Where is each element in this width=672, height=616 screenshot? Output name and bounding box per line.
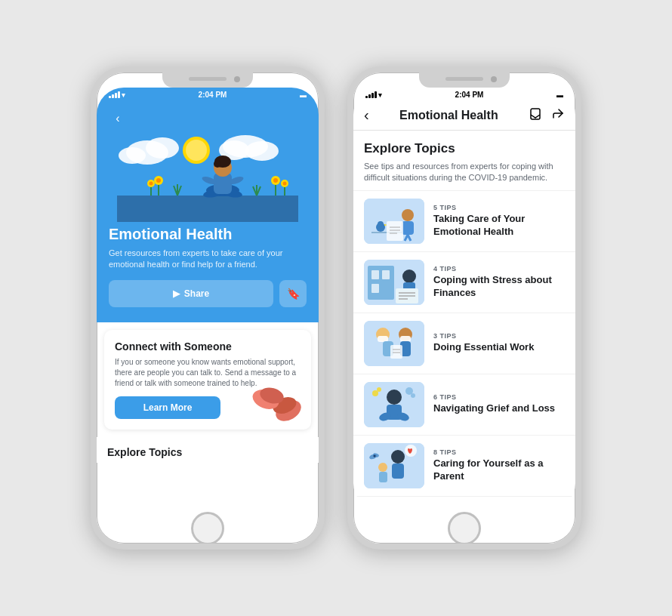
svg-rect-72 <box>390 345 402 359</box>
svg-point-81 <box>377 387 381 392</box>
share-button-2[interactable] <box>551 107 565 124</box>
topic-thumb-4 <box>364 382 424 427</box>
phone-right: ▾ 2:04 PM ▬ ‹ Emotional Health <box>347 66 581 550</box>
app-header: ‹ Emotional Health <box>353 100 575 131</box>
svg-rect-50 <box>387 221 403 241</box>
topic-item-2[interactable]: 4 TIPS Coping with Stress about Finances <box>353 252 575 313</box>
hero-description: Get resources from experts to take care … <box>109 248 307 271</box>
svg-rect-47 <box>402 221 414 235</box>
topic-tips-2: 4 TIPS <box>433 265 565 273</box>
svg-point-59 <box>402 270 416 283</box>
svg-point-80 <box>372 390 378 396</box>
svg-point-1 <box>146 137 179 159</box>
bookmark-icon: 🔖 <box>287 288 300 300</box>
battery-icon: ▬ <box>300 91 307 99</box>
topic-tips-1: 5 TIPS <box>433 204 565 211</box>
svg-point-2 <box>119 147 146 164</box>
phone2-speaker <box>445 77 483 81</box>
topic-list: 5 TIPS Taking Care of Your Emotional Hea… <box>353 191 575 497</box>
svg-point-44 <box>378 221 384 227</box>
share-icon: ▶ <box>173 288 180 299</box>
phone2-screen: ▾ 2:04 PM ▬ ‹ Emotional Health <box>353 88 575 510</box>
explore-section: Explore Topics <box>97 437 319 463</box>
svg-point-83 <box>411 393 415 398</box>
phone-speaker <box>189 77 227 81</box>
battery-icon-2: ▬ <box>556 91 563 99</box>
svg-rect-67 <box>378 336 388 342</box>
status-bar-right: ▾ 2:04 PM ▬ <box>353 88 575 100</box>
topic-item-1[interactable]: 5 TIPS Taking Care of Your Emotional Hea… <box>353 191 575 252</box>
svg-point-20 <box>156 178 161 183</box>
topic-name-1: Taking Care of Your Emotional Health <box>433 213 565 239</box>
svg-point-92 <box>374 454 376 457</box>
explore-main-title: Explore Topics <box>364 141 565 156</box>
status-time-2: 2:04 PM <box>455 91 484 99</box>
svg-rect-57 <box>382 270 390 279</box>
bookmark-button[interactable]: 🔖 <box>279 280 307 307</box>
home-button[interactable] <box>191 512 224 545</box>
svg-point-5 <box>245 141 279 161</box>
content-area[interactable]: Explore Topics See tips and resources fr… <box>353 131 575 510</box>
topic-thumb-3 <box>364 321 424 366</box>
topic-tips-4: 6 TIPS <box>433 393 565 401</box>
signal-icon <box>109 91 120 98</box>
back-button-2[interactable]: ‹ <box>364 106 369 124</box>
topic-thumb-1 <box>364 199 424 244</box>
topic-info-2: 4 TIPS Coping with Stress about Finances <box>433 265 565 300</box>
hero-section: ‹ <box>97 100 319 322</box>
connect-card-title: Connect with Someone <box>115 340 301 353</box>
svg-point-15 <box>214 160 221 168</box>
topic-info-4: 6 TIPS Navigating Grief and Loss <box>433 393 565 415</box>
topic-name-5: Caring for Yourself as a Parent <box>433 457 565 483</box>
signal-icon-2 <box>365 91 377 98</box>
topic-item-3[interactable]: 3 TIPS Doing Essential Work <box>353 313 575 374</box>
svg-point-29 <box>283 182 287 186</box>
back-button[interactable]: ‹ <box>109 109 127 128</box>
svg-rect-86 <box>392 464 404 479</box>
home-button-2[interactable] <box>448 512 481 545</box>
svg-rect-70 <box>400 336 411 342</box>
phone-left: ▾ 2:04 PM ▬ ‹ <box>91 66 325 550</box>
phone1-screen: ▾ 2:04 PM ▬ ‹ <box>97 88 319 510</box>
bookmark-button-2[interactable] <box>529 107 542 124</box>
topic-tips-5: 8 TIPS <box>433 448 565 456</box>
topic-name-4: Navigating Grief and Loss <box>433 402 565 415</box>
wifi-icon: ▾ <box>122 91 125 99</box>
topic-thumb-5 <box>364 443 424 488</box>
svg-point-23 <box>150 182 153 186</box>
topic-info-3: 3 TIPS Doing Essential Work <box>433 332 565 354</box>
explore-section-title: Explore Topics <box>107 446 308 458</box>
svg-rect-89 <box>379 472 387 482</box>
connect-card: Connect with Someone If you or someone y… <box>104 330 311 430</box>
svg-point-26 <box>273 178 278 183</box>
svg-point-76 <box>387 390 402 405</box>
learn-more-button[interactable]: Learn More <box>115 396 220 419</box>
phone-camera <box>234 76 240 82</box>
header-title: Emotional Health <box>399 109 498 122</box>
topic-thumb-2 <box>364 260 424 305</box>
svg-rect-58 <box>371 284 379 293</box>
topic-tips-3: 3 TIPS <box>433 332 565 340</box>
hero-actions: ▶ Share 🔖 <box>109 280 307 307</box>
topic-item-5[interactable]: 8 TIPS Caring for Yourself as a Parent <box>353 436 575 497</box>
svg-point-85 <box>391 450 405 464</box>
wifi-icon-2: ▾ <box>378 91 382 99</box>
svg-point-7 <box>186 140 207 161</box>
topic-item-4[interactable]: 6 TIPS Navigating Grief and Loss <box>353 374 575 436</box>
hero-title: Emotional Health <box>109 226 307 243</box>
explore-header: Explore Topics See tips and resources fr… <box>353 131 575 191</box>
topic-info-1: 5 TIPS Taking Care of Your Emotional Hea… <box>433 204 565 239</box>
hero-illustration <box>109 128 307 226</box>
phone2-camera <box>491 76 497 82</box>
svg-rect-65 <box>364 321 424 366</box>
header-actions <box>529 107 565 124</box>
share-button[interactable]: ▶ Share <box>109 280 273 307</box>
svg-rect-56 <box>371 270 379 279</box>
status-bar-left: ▾ 2:04 PM ▬ <box>97 88 319 100</box>
status-time: 2:04 PM <box>199 91 227 99</box>
explore-subtitle: See tips and resources from experts for … <box>364 161 565 184</box>
svg-point-46 <box>402 209 414 221</box>
svg-rect-8 <box>117 196 298 222</box>
connect-illustration <box>251 377 304 422</box>
svg-point-88 <box>378 463 387 472</box>
